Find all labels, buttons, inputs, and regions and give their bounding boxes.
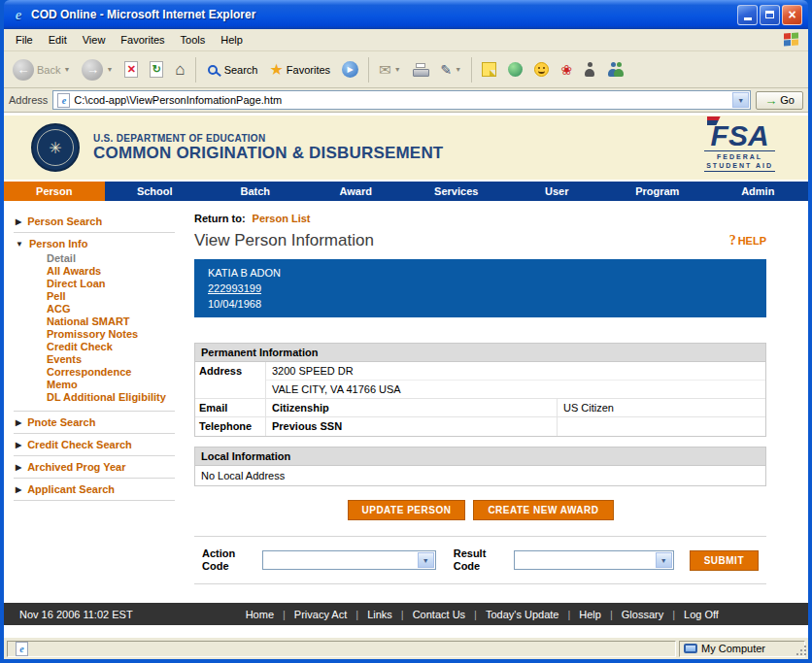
menu-help[interactable]: Help [213, 31, 251, 49]
edit-button[interactable]: ✎ ▼ [436, 54, 467, 85]
sidebar-item-applicant-search[interactable]: ▶ Applicant Search [14, 482, 175, 496]
edit-dropdown-icon: ▼ [455, 66, 461, 73]
footer-link-links[interactable]: Links [367, 609, 392, 620]
address-dropdown-button[interactable]: ▼ [732, 92, 749, 108]
email-label: Email [195, 399, 265, 416]
maximize-button[interactable] [760, 5, 780, 25]
browser-window: e COD Online - Microsoft Internet Explor… [0, 0, 812, 663]
messenger-button[interactable] [503, 54, 527, 85]
sidebar-item-acg[interactable]: ACG [47, 303, 175, 315]
tab-person[interactable]: Person [4, 182, 105, 201]
back-button[interactable]: ← Back ▼ [8, 54, 75, 85]
refresh-button[interactable]: ↻ [145, 54, 168, 85]
menu-view[interactable]: View [75, 31, 114, 49]
footer-link-todays-update[interactable]: Today's Update [486, 609, 558, 620]
sidebar-label: Person Info [29, 238, 88, 249]
menu-file[interactable]: File [8, 31, 41, 49]
search-button[interactable]: Search [201, 54, 263, 85]
footer-link-home[interactable]: Home [246, 609, 274, 620]
tab-school[interactable]: School [105, 182, 206, 201]
address-input[interactable]: e C:\cod-app\ViewPersonInfomationPage.ht… [52, 90, 751, 110]
update-person-button[interactable]: UPDATE PERSON [348, 500, 466, 520]
dept-education-seal-icon [31, 123, 80, 172]
person-ssn-link[interactable]: 222993199 [208, 282, 261, 294]
result-code-select[interactable]: ▼ [514, 550, 674, 570]
sidebar-item-direct-loan[interactable]: Direct Loan [47, 278, 175, 290]
footer-link-log-off[interactable]: Log Off [684, 609, 719, 620]
address-label: Address [9, 94, 48, 106]
select-dropdown-icon: ▼ [656, 552, 672, 568]
forward-button[interactable]: → ▼ [77, 54, 118, 85]
sidebar-item-person-info[interactable]: ▼ Person Info [14, 237, 175, 250]
footer-separator: | [567, 609, 570, 620]
submit-button[interactable]: SUBMIT [690, 550, 759, 571]
tab-user[interactable]: User [507, 182, 608, 201]
tab-award[interactable]: Award [306, 182, 407, 201]
close-button[interactable]: × [782, 5, 802, 25]
windows-logo-icon [784, 32, 800, 48]
back-dropdown-icon: ▼ [63, 66, 70, 73]
tab-services[interactable]: Services [406, 182, 507, 201]
my-computer-icon [684, 644, 697, 653]
menu-edit[interactable]: Edit [41, 31, 75, 49]
app-title: COMMON ORIGINATION & DISBURSEMENT [93, 144, 443, 163]
tab-admin[interactable]: Admin [708, 182, 809, 201]
mail-button[interactable]: ✉ ▼ [374, 54, 406, 85]
toolbar-separator [368, 57, 369, 83]
sidebar-item-all-awards[interactable]: All Awards [47, 265, 175, 278]
sidebar-item-pnote-search[interactable]: ▶ Pnote Search [14, 415, 175, 429]
footer-link-help[interactable]: Help [579, 609, 601, 620]
sidebar-item-pell[interactable]: Pell [47, 290, 175, 303]
action-code-select[interactable]: ▼ [262, 550, 436, 570]
footer-link-privacy-act[interactable]: Privacy Act [294, 609, 347, 620]
footer-link-contact-us[interactable]: Contact Us [413, 609, 465, 620]
minimize-button[interactable] [737, 5, 758, 25]
footer-link-glossary[interactable]: Glossary [622, 609, 663, 620]
sidebar-item-memo[interactable]: Memo [47, 379, 175, 391]
browser-toolbar: ← Back ▼ → ▼ ✕ ↻ ⌂ Search ★ Favorites ▶ … [4, 51, 808, 88]
sidebar-item-archived-prog-year[interactable]: ▶ Archived Prog Year [14, 460, 175, 474]
people-button[interactable] [602, 54, 629, 85]
sidebar-item-person-search[interactable]: ▶ Person Search [14, 215, 175, 228]
sidebar-item-dl-additional-eligibility[interactable]: DL Additional Eligibility [47, 391, 175, 404]
sidebar-item-promissory-notes[interactable]: Promissory Notes [47, 328, 175, 341]
sidebar-item-credit-check-search[interactable]: ▶ Credit Check Search [14, 438, 175, 451]
resize-grip[interactable] [795, 646, 806, 657]
create-new-award-button[interactable]: CREATE NEW AWARD [473, 500, 613, 520]
discuss-button[interactable] [477, 54, 501, 85]
sidebar-item-national-smart[interactable]: National SMART [47, 315, 175, 328]
document-icon: e [16, 642, 28, 656]
help-link[interactable]: ? HELP [729, 233, 766, 249]
media-button[interactable]: ▶ [337, 54, 363, 85]
sidebar-item-correspondence[interactable]: Correspondence [47, 366, 175, 379]
footer-separator: | [401, 609, 404, 620]
menu-tools[interactable]: Tools [173, 31, 214, 49]
person-list-link[interactable]: Person List [253, 213, 311, 224]
stop-icon: ✕ [124, 61, 138, 78]
tab-program[interactable]: Program [607, 182, 708, 201]
go-button[interactable]: → Go [756, 91, 803, 110]
sidebar-item-events[interactable]: Events [47, 353, 175, 366]
address-bar: Address e C:\cod-app\ViewPersonInfomatio… [4, 88, 808, 113]
sidebar-item-credit-check[interactable]: Credit Check [47, 341, 175, 353]
contact-button[interactable] [579, 54, 600, 85]
icq-button[interactable]: ❀ [556, 54, 577, 85]
window-title: COD Online - Microsoft Internet Explorer [31, 8, 255, 21]
sticky-note-icon [482, 62, 496, 77]
smiley-button[interactable] [529, 54, 554, 85]
print-button[interactable] [408, 54, 434, 85]
menu-favorites[interactable]: Favorites [113, 31, 172, 49]
maximize-icon [765, 11, 774, 18]
title-bar[interactable]: e COD Online - Microsoft Internet Explor… [4, 0, 808, 29]
favorites-button[interactable]: ★ Favorites [264, 54, 335, 85]
person-summary-box: KATIA B ADON 222993199 10/04/1968 [194, 259, 766, 317]
action-buttons-row: UPDATE PERSON CREATE NEW AWARD [194, 500, 766, 520]
fsa-text: FSA [711, 123, 769, 149]
sidebar-item-detail[interactable]: Detail [47, 252, 175, 265]
action-code-label: Action Code [202, 547, 249, 573]
stop-button[interactable]: ✕ [119, 54, 143, 85]
tab-batch[interactable]: Batch [205, 182, 306, 201]
home-button[interactable]: ⌂ [170, 54, 189, 85]
sidebar-section: ▶ Person Search [14, 211, 175, 233]
sidebar-label: Applicant Search [27, 483, 115, 495]
